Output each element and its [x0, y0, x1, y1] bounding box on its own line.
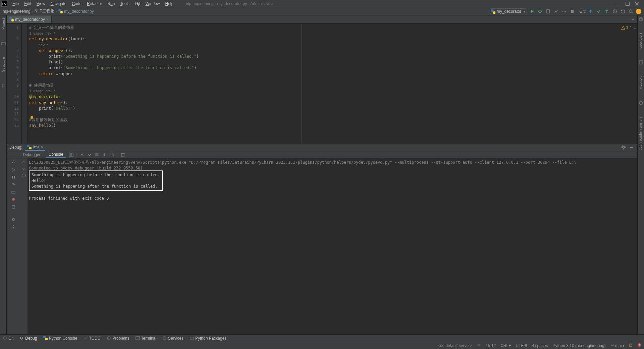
svg-rect-33: [110, 154, 113, 156]
problems-tool[interactable]: Problems: [107, 336, 129, 341]
services-tool[interactable]: Services: [162, 336, 183, 341]
todo-tool[interactable]: TODO: [83, 336, 100, 341]
editor-pane[interactable]: 1 2 3 4 5 6 7 8 9 10 11 12 13 14: [7, 23, 637, 144]
app-icon: PC: [1, 1, 7, 7]
layout-icon[interactable]: [69, 152, 73, 157]
copilot-tool-tab[interactable]: GitHub Copilot Chat: [639, 115, 643, 151]
debug-action-column: [7, 158, 20, 334]
close-icon[interactable]: ×: [41, 145, 43, 149]
status-indent[interactable]: 4 spaces: [532, 343, 548, 348]
git-history-icon[interactable]: [612, 8, 618, 14]
breadcrumb-file[interactable]: my_decorator.py: [64, 9, 94, 14]
git-push-icon[interactable]: [604, 8, 610, 14]
stop-button[interactable]: [569, 8, 575, 14]
down-icon[interactable]: [87, 152, 92, 157]
step-icon[interactable]: [11, 182, 16, 187]
debugger-tab[interactable]: Debugger: [20, 152, 43, 158]
maximize-icon[interactable]: [625, 1, 630, 6]
gear-icon[interactable]: [621, 144, 627, 150]
status-encoding[interactable]: UTF-8: [516, 343, 527, 348]
status-server[interactable]: <no default server>: [438, 343, 472, 348]
inspection-badge[interactable]: 3 ^ ⌄: [621, 25, 636, 31]
status-interpreter[interactable]: Python 3.10 (nlp-engineering): [553, 343, 606, 348]
svg-point-53: [109, 339, 109, 339]
arrow-up-icon[interactable]: [21, 160, 26, 164]
print-icon[interactable]: [109, 152, 114, 157]
menu-file[interactable]: File: [10, 1, 21, 7]
breadcrumb-folder[interactable]: NLP工程化: [35, 8, 54, 14]
error-indicator-icon[interactable]: [637, 343, 641, 348]
project-tool-tab[interactable]: Project: [1, 17, 5, 31]
close-tab-icon[interactable]: ×: [46, 17, 49, 22]
status-branch[interactable]: main: [610, 343, 624, 348]
debug-tool[interactable]: Debug: [19, 336, 37, 341]
menu-view[interactable]: View: [34, 1, 48, 7]
svg-point-60: [612, 345, 613, 346]
console-tab[interactable]: Console: [46, 151, 66, 158]
terminal-tool[interactable]: Terminal: [136, 336, 156, 341]
copilot-icon: [639, 101, 643, 105]
status-line-ending[interactable]: CRLF: [500, 343, 511, 348]
debug-button[interactable]: [537, 8, 543, 14]
avatar[interactable]: [636, 9, 641, 14]
menu-code[interactable]: Code: [69, 1, 84, 7]
svg-rect-31: [69, 153, 71, 156]
sciview-tool-tab[interactable]: SciView: [639, 75, 643, 91]
menu-edit[interactable]: Edit: [22, 1, 34, 7]
pause-icon[interactable]: [11, 174, 16, 180]
gear-icon[interactable]: [11, 217, 16, 222]
problems-icon: [107, 336, 111, 340]
up-icon[interactable]: [80, 152, 85, 157]
pin-icon[interactable]: [11, 224, 16, 230]
breadcrumb-root[interactable]: nlp-engineering: [3, 9, 31, 14]
python-console-tool[interactable]: Python Console: [43, 336, 77, 341]
git-rollback-icon[interactable]: [620, 8, 626, 14]
more-actions-icon[interactable]: [561, 8, 567, 14]
coverage-button[interactable]: [545, 8, 551, 14]
wrap-icon[interactable]: [95, 152, 99, 157]
db-status-icon[interactable]: [477, 344, 481, 348]
menu-tools[interactable]: Tools: [118, 1, 132, 7]
trash-icon[interactable]: [11, 204, 16, 209]
menu-navigate[interactable]: Navigate: [48, 1, 69, 7]
menu-run[interactable]: Run: [105, 1, 117, 7]
menu-help[interactable]: Help: [163, 1, 176, 7]
structure-tool-tab[interactable]: Structure: [1, 56, 5, 73]
svg-point-5: [539, 10, 541, 13]
svg-point-49: [639, 101, 643, 105]
minimize-icon[interactable]: [616, 1, 621, 6]
debug-session-tab[interactable]: test ×: [25, 144, 45, 151]
close-icon[interactable]: [635, 1, 639, 6]
database-tool-tab[interactable]: Database: [639, 32, 643, 50]
svg-point-25: [632, 19, 633, 20]
profile-button[interactable]: [553, 8, 559, 14]
rerun-icon[interactable]: [11, 167, 16, 172]
run-config-select[interactable]: my_decorator ▾: [490, 8, 527, 14]
packages-tool[interactable]: Python Packages: [190, 336, 226, 341]
menu-git[interactable]: Git: [132, 1, 142, 7]
tab-menu-icon[interactable]: [629, 16, 635, 22]
arrow-down-icon[interactable]: [21, 166, 26, 171]
fold-gutter[interactable]: [22, 23, 28, 144]
console-output[interactable]: L:\20230825_NLP工程化公众号\nlp-engineering\ve…: [28, 158, 637, 334]
git-commit-icon[interactable]: [596, 8, 602, 14]
breakpoint-icon[interactable]: [11, 197, 16, 202]
status-position[interactable]: 15:12: [486, 343, 496, 348]
scroll-icon[interactable]: [102, 152, 107, 157]
menu-window[interactable]: Window: [143, 1, 162, 7]
file-tab[interactable]: my_decorator.py ×: [7, 15, 52, 23]
lock-icon[interactable]: [629, 343, 633, 348]
signature: ():: [61, 100, 68, 105]
run-button[interactable]: [529, 8, 535, 14]
menu-refactor[interactable]: Refactor: [85, 1, 104, 7]
search-everywhere-icon[interactable]: [628, 8, 634, 14]
print-icon[interactable]: [11, 189, 16, 195]
clear-icon[interactable]: [120, 152, 125, 157]
git-update-icon[interactable]: [588, 8, 594, 14]
wrench-icon[interactable]: [11, 160, 16, 165]
code-body[interactable]: 3 ^ ⌄ # 定义一个简单的装饰器 1 usage new * def my_…: [28, 23, 637, 144]
history-icon[interactable]: [21, 173, 26, 178]
svg-point-20: [2, 84, 3, 85]
git-tool[interactable]: Git: [3, 336, 13, 341]
hide-icon[interactable]: [629, 144, 635, 150]
